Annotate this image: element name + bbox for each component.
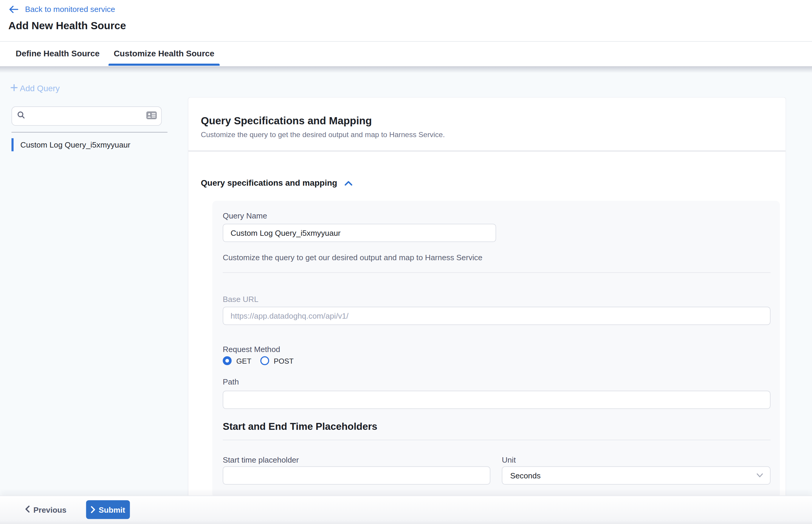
sidebar-divider [12, 132, 167, 133]
query-name-input[interactable] [223, 224, 496, 242]
submit-button-label: Submit [99, 505, 125, 514]
selected-indicator-bar [12, 138, 14, 151]
previous-button[interactable]: Previous [25, 502, 66, 518]
request-method-radio-group: GET POST [223, 356, 294, 365]
start-time-placeholder-input[interactable] [223, 466, 490, 485]
chevron-down-icon [757, 473, 763, 478]
base-url-label: Base URL [223, 295, 258, 304]
card-title: Query Specifications and Mapping [201, 115, 372, 127]
form-divider [223, 273, 770, 273]
page-title: Add New Health Source [9, 20, 126, 32]
query-search-box [12, 107, 162, 126]
time-placeholders-heading: Start and End Time Placeholders [223, 421, 377, 432]
magnifier-icon [17, 111, 25, 121]
chevron-left-icon [25, 505, 30, 514]
app-window: Back to monitored service Add New Health… [0, 0, 812, 524]
add-query-button[interactable]: Add Query [10, 83, 60, 95]
contact-card-icon[interactable] [146, 111, 157, 121]
radio-option-get[interactable]: GET [223, 356, 251, 365]
query-spec-card: Query Specifications and Mapping Customi… [188, 97, 786, 496]
previous-button-label: Previous [33, 505, 66, 514]
unit-label: Unit [502, 456, 516, 464]
card-subtitle: Customize the query to get the desired o… [201, 131, 445, 139]
query-name-label: Query Name [223, 211, 267, 220]
radio-selected-icon [223, 356, 232, 365]
back-link[interactable]: Back to monitored service [9, 5, 115, 14]
arrow-left-icon [9, 5, 18, 13]
content-area: Add Query Custom Log Query_i5xmyyuaur Qu… [0, 66, 812, 495]
path-label: Path [223, 377, 239, 386]
query-name-helper-text: Customize the query to get our desired o… [223, 253, 482, 262]
query-search-input[interactable] [25, 107, 146, 125]
plus-icon [10, 83, 19, 95]
section-heading: Query specifications and mapping [201, 179, 337, 188]
tab-define-health-source[interactable]: Define Health Source [16, 42, 100, 66]
query-form-panel: Query Name Customize the query to get ou… [212, 201, 780, 496]
form-divider [223, 440, 770, 440]
tab-customize-health-source[interactable]: Customize Health Source [114, 42, 214, 66]
path-input[interactable] [223, 391, 770, 409]
chevron-right-icon [91, 506, 96, 513]
unit-select[interactable]: Seconds [502, 466, 770, 485]
query-item-label: Custom Log Query_i5xmyyuaur [14, 141, 131, 149]
request-method-label: Request Method [223, 345, 280, 354]
submit-button[interactable]: Submit [86, 500, 130, 519]
card-header-divider [189, 151, 786, 151]
query-list-item[interactable]: Custom Log Query_i5xmyyuaur [12, 138, 131, 151]
chevron-up-icon[interactable] [345, 180, 353, 186]
radio-option-post[interactable]: POST [260, 356, 294, 365]
radio-post-label: POST [274, 357, 294, 365]
radio-unselected-icon [260, 356, 269, 365]
unit-select-value: Seconds [502, 471, 756, 480]
radio-get-label: GET [237, 357, 251, 365]
back-link-label: Back to monitored service [25, 5, 115, 14]
add-query-label: Add Query [20, 84, 60, 94]
page-header: Back to monitored service Add New Health… [0, 0, 812, 42]
start-time-placeholder-label: Start time placeholder [223, 456, 299, 464]
base-url-input[interactable] [223, 307, 770, 325]
tab-bar: Define Health Source Customize Health So… [0, 42, 812, 66]
